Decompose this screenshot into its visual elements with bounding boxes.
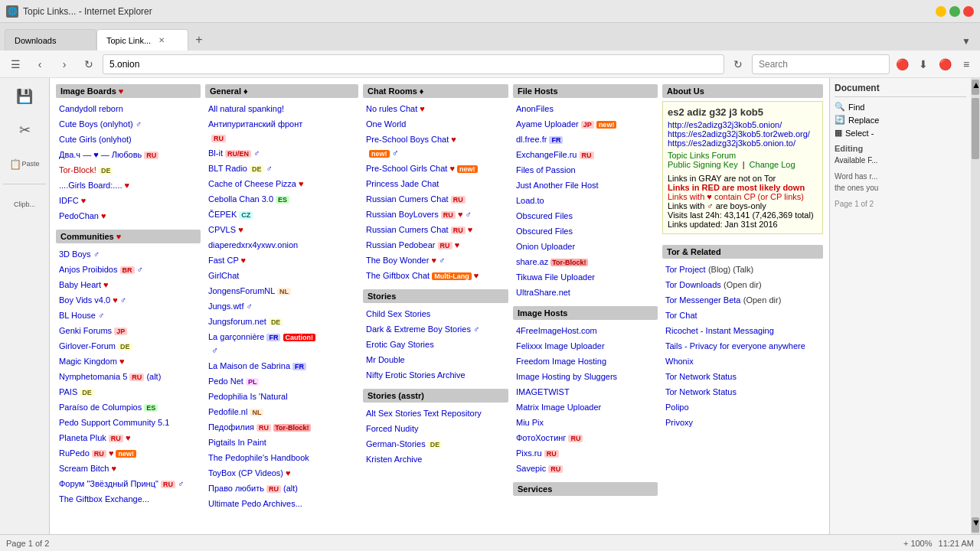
link-files-passion[interactable]: Files of Passion [516,165,576,174]
link-onion-1[interactable]: http://es2adizg32j3kob5.onion/ [668,120,782,129]
link-tor-network-status-1[interactable]: Tor Network Status [665,372,737,381]
scrollbar[interactable]: ▲ ▼ [971,78,980,534]
link-obscured-files-2[interactable]: Obscured Files [516,227,573,236]
sidebar-paste-icon[interactable]: 📋Paste [9,148,40,179]
link-anjos[interactable]: Anjos Proibidos BR ♂ [59,265,143,274]
link-pixs-ru[interactable]: Pixs.ru RU [516,448,559,458]
link-cheese-pizza[interactable]: Cache of Cheese Pizza ♥ [208,179,304,188]
link-tor-chat[interactable]: Tor Chat [665,311,697,320]
url-bar[interactable] [103,54,724,74]
link-tor2web[interactable]: https://es2adizg32j3kob5.tor2web.org/ [668,129,810,139]
link-diaper[interactable]: diaperedxrx4yxwv.onion [208,240,298,249]
link-share-az[interactable]: share.az Tor-Block! [516,257,588,266]
link-cute-boys[interactable]: Cute Boys (onlyhot) ♂ [59,119,142,129]
link-imagetwist[interactable]: IMAGETWIST [516,387,570,396]
tab-overflow-button[interactable]: ▼ [957,32,975,51]
link-paraiso[interactable]: Paraíso de Columpios ES [59,403,158,412]
link-dark-extreme-boy[interactable]: Dark & Extreme Boy Stories ♂ [366,324,479,334]
link-kristen-archive[interactable]: Kristen Archive [366,455,422,464]
link-one-world[interactable]: One World [366,119,406,129]
link-ultrashare[interactable]: UltraShare.net [516,288,570,297]
refresh-button[interactable]: ↻ [78,54,100,75]
link-polipo[interactable]: Polipo [665,403,689,412]
link-dvach[interactable]: Два.ч — ♥ — Любовь RU [59,150,158,159]
link-bl-it[interactable]: Bl-it RU/EN ♂ [208,148,260,158]
link-fast-cp[interactable]: Fast CP ♥ [208,256,246,265]
link-boy-vids[interactable]: Boy Vids v4.0 ♥ ♂ [59,295,126,305]
scroll-up-button[interactable]: ▲ [972,80,979,95]
link-exchangefile[interactable]: ExchangeFile.ru RU [516,150,594,159]
link-obscured-files-1[interactable]: Obscured Files [516,211,573,220]
link-savepic[interactable]: Savepic RU [516,464,563,473]
link-4freeimage[interactable]: 4FreeImageHost.com [516,326,597,335]
link-cute-girls[interactable]: Cute Girls (onlyhot) [59,135,132,144]
link-forced-nudity[interactable]: Forced Nudity [366,424,418,433]
tab-downloads[interactable]: Downloads [5,29,96,51]
link-pedophile-handbook[interactable]: The Pedophile's Handbook [208,453,309,462]
link-magic-kingdom[interactable]: Magic Kingdom ♥ [59,357,124,366]
link-garconniere[interactable]: La garçonnière FR Caution! [208,332,315,341]
sidebar-save-icon[interactable]: 💾 [9,81,40,112]
link-scream-bitch[interactable]: Scream Bitch ♥ [59,464,116,473]
link-russian-cumers[interactable]: Russian Cumers Chat RU [366,194,466,204]
link-pais[interactable]: PAIS DE [59,387,94,396]
link-princess-jade[interactable]: Princess Jade Chat [366,179,439,188]
link-topic-links-forum[interactable]: Topic Links Forum [668,151,736,160]
link-freedom-image[interactable]: Freedom Image Hosting [516,357,606,366]
link-cepek[interactable]: ČEPEK CZ [208,210,253,219]
link-matrix-image[interactable]: Matrix Image Uploader [516,403,601,412]
link-russian-pedobear[interactable]: Russian Pedobear RU ♥ [366,240,459,249]
link-rupedo[interactable]: RuPedo RU ♥ new! [59,448,136,458]
link-onion-uploader[interactable]: Onion Uploader [516,242,575,251]
link-miu-pix[interactable]: Miu Pix [516,418,544,427]
link-girlover[interactable]: Girlover-Forum DE [59,341,132,350]
link-girlchat[interactable]: GirlChat [208,271,239,280]
link-anonfiles[interactable]: AnonFiles [516,104,554,113]
link-no-rules-chat[interactable]: No rules Chat ♥ [366,104,425,113]
link-giftbox-chat[interactable]: The Giftbox Chat Multi-Lang ♥ [366,271,479,280]
maximize-button[interactable] [949,6,960,17]
download-icon[interactable]: ⬇ [914,55,933,73]
link-pedo-support[interactable]: Pedo Support Community 5.1 [59,418,169,427]
link-natural-spanking[interactable]: All natural spanking! [208,104,284,113]
scroll-thumb[interactable] [972,98,979,159]
link-jongens-forum[interactable]: JongensForumNL NL [208,286,291,295]
link-pedophilia-natural[interactable]: Pedophilia Is 'Natural [208,392,288,401]
link-torblock[interactable]: Tor-Block! DE [59,165,113,174]
tools-icon[interactable]: 🔴 [893,55,911,73]
link-russian-boylovers[interactable]: Russian BoyLovers RU ♥ ♂ [366,210,472,219]
link-pedofiliya[interactable]: Педофилия RU Tor-Block! [208,422,311,432]
sidebar-cut-icon[interactable]: ✂ [9,115,40,145]
link-tikuwa[interactable]: Tikuwa File Uploader [516,272,595,282]
link-felixxx[interactable]: Felixxx Image Uploader [516,341,605,350]
link-tor-project[interactable]: Tor Project [665,265,706,274]
link-planeta[interactable]: Planeta Pluk RU ♥ [59,433,130,442]
link-whonix[interactable]: Whonix [665,357,694,366]
link-image-sluggers[interactable]: Image Hosting by Sluggers [516,372,617,381]
link-fotohosting[interactable]: ФотоХостинг RU [516,433,583,442]
link-jungs-wtf[interactable]: Jungs.wtf ♂ [208,302,253,311]
link-3d-boys[interactable]: 3D Boys ♂ [59,249,100,259]
forward-button[interactable]: › [54,54,75,75]
sidebar-clipboard-icon[interactable]: Clipb... [9,189,40,220]
link-dl-free[interactable]: dl.free.fr FR [516,135,563,144]
link-load-to[interactable]: Load.to [516,196,544,205]
link-bl-house[interactable]: BL House ♂ [59,311,104,320]
link-pedochan[interactable]: PedoChan ♥ [59,211,106,220]
link-just-another[interactable]: Just Another File Host [516,181,599,190]
close-button[interactable] [963,6,974,17]
link-girls-board[interactable]: ....Girls Board:.... ♥ [59,181,129,190]
link-toybox[interactable]: ToyBox (CP Videos) ♥ [208,468,291,478]
link-change-log[interactable]: Change Log [750,160,795,169]
select-row[interactable]: ▦ Select - [835,128,966,138]
link-pedo-net[interactable]: Pedo Net PL [208,377,259,386]
minimize-button[interactable] [936,6,946,17]
addon-icon[interactable]: 🔴 [936,55,954,73]
link-german-stories[interactable]: German-Stories DE [366,439,442,448]
link-child-sex-stories[interactable]: Child Sex Stories [366,309,430,318]
refresh-btn2[interactable]: ↻ [727,54,749,75]
link-genki[interactable]: Genki Forums JP [59,326,127,335]
link-jungsforum[interactable]: Jungsforum.net DE [208,317,283,326]
link-cebolla[interactable]: Cebolla Chan 3.0 ES [208,194,289,204]
search-input[interactable] [752,54,890,74]
